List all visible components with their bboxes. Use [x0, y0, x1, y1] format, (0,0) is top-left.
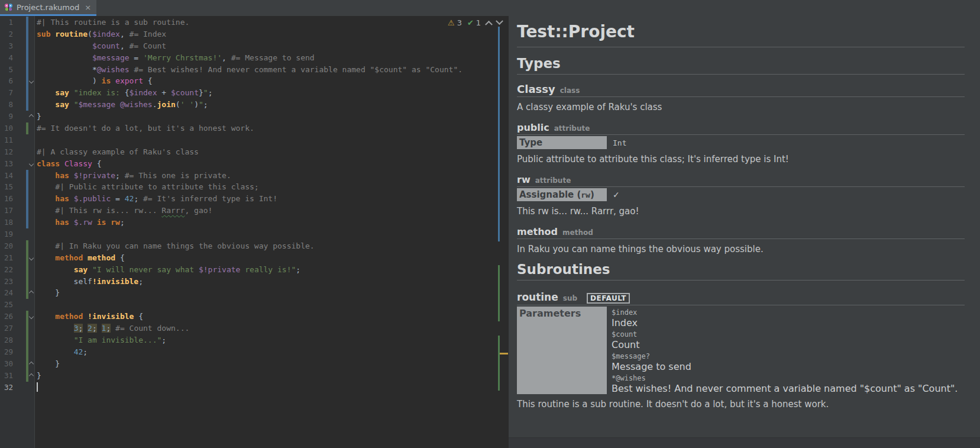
next-highlight-button[interactable] [497, 18, 502, 27]
typos-indicator[interactable]: ✔ 1 [467, 18, 481, 27]
fold-icon[interactable] [27, 252, 35, 264]
code-line[interactable]: 11 [0, 134, 509, 146]
code-line[interactable]: 21 method method { [0, 252, 509, 264]
change-stripe-blue [498, 27, 500, 241]
code-line[interactable]: 9} [0, 111, 509, 123]
code-text: method method { [37, 252, 125, 264]
warnings-indicator[interactable]: ⚠ 3 [448, 18, 462, 27]
code-text: } [37, 287, 60, 299]
parameter-description: Best wishes! And never comment a variabl… [612, 383, 958, 394]
type-value: Int [613, 138, 626, 147]
parameters-list: $indexIndex$countCount$message?Message t… [607, 307, 958, 394]
change-marker [26, 87, 28, 99]
parameter-signature: *@wishes [612, 374, 958, 383]
code-line[interactable]: 32 [0, 382, 509, 394]
line-number: 23 [0, 276, 13, 288]
code-line[interactable]: 24 } [0, 287, 509, 299]
line-number: 28 [0, 334, 13, 346]
code-text: has $!private; #= This one is private. [37, 170, 231, 182]
code-text: ) is export { [37, 75, 153, 87]
panel-footer-strip [509, 437, 980, 448]
code-line[interactable]: 28 "I am invisible..."; [0, 334, 509, 346]
public-type-row: Type Int [517, 136, 965, 149]
code-text: say "index is: {$index + $count}"; [37, 87, 212, 99]
fold-icon[interactable] [27, 311, 35, 323]
fold-icon[interactable] [27, 158, 35, 170]
code-line[interactable]: 14 has $!private; #= This one is private… [0, 170, 509, 182]
code-line[interactable]: 25 [0, 299, 509, 311]
code-text: #= It doesn't do a lot, but it's a hones… [37, 123, 254, 134]
code-line[interactable]: 1#| This routine is a sub routine. [0, 17, 509, 28]
tab-label: Project.rakumod [17, 3, 79, 12]
code-line[interactable]: 18 has $.rw is rw; [0, 217, 509, 228]
code-line[interactable]: 13class Classy { [0, 158, 509, 170]
types-heading: Types [517, 56, 965, 75]
line-number: 12 [0, 146, 13, 158]
routine-name: routine [517, 291, 558, 303]
raku-logo-icon [4, 3, 13, 12]
line-number: 29 [0, 346, 13, 358]
code-line[interactable]: 31} [0, 370, 509, 382]
code-line[interactable]: 22 say "I will never say what $!private … [0, 264, 509, 276]
code-text: "I am invisible..."; [37, 334, 166, 346]
code-line[interactable]: 23 self!invisible; [0, 276, 509, 288]
code-line[interactable]: 4 $message = 'Merry Chrstmas!', #= Messa… [0, 52, 509, 64]
code-line[interactable]: 20 #| In Raku you can name things the ob… [0, 240, 509, 252]
line-number: 32 [0, 382, 13, 394]
fold-icon[interactable] [27, 358, 35, 370]
fold-icon[interactable] [27, 287, 35, 299]
change-marker [26, 170, 28, 182]
code-line[interactable]: 5 *@wishes #= Best wishes! And never com… [0, 64, 509, 76]
line-number: 31 [0, 370, 13, 382]
parameters-cell: Parameters [517, 307, 607, 394]
warning-count: 3 [457, 18, 462, 27]
code-line[interactable]: 8 say "$message @wishes.join(' ')"; [0, 99, 509, 111]
documentation-panel: Test::Project Types Classy class A class… [509, 16, 980, 448]
warning-icon: ⚠ [448, 18, 455, 27]
fold-icon[interactable] [27, 370, 35, 382]
change-marker [26, 193, 28, 205]
code-line[interactable]: 15 #| Public attribute to attribute this… [0, 181, 509, 193]
code-line[interactable]: 7 say "index is: {$index + $count}"; [0, 87, 509, 99]
change-marker [26, 123, 28, 134]
code-editor[interactable]: 1#| This routine is a sub routine.2sub r… [0, 16, 509, 448]
line-number: 15 [0, 181, 13, 193]
default-badge: DEFAULT [587, 293, 630, 304]
code-line[interactable]: 17 #| This rw is... rw... Rarrr, gao! [0, 205, 509, 217]
line-number: 20 [0, 240, 13, 252]
code-line[interactable]: 10#= It doesn't do a lot, but it's a hon… [0, 123, 509, 134]
code-line[interactable]: 27 3; 2; 1; #= Count down... [0, 323, 509, 334]
change-marker [26, 217, 28, 228]
checkmark-icon: ✔ [467, 18, 474, 27]
code-text: self!invisible; [37, 276, 143, 288]
classy-heading: Classy class [517, 83, 965, 97]
previous-highlight-button[interactable] [486, 18, 491, 27]
code-line[interactable]: 16 has $.public = 42; #= It's inferred t… [0, 193, 509, 205]
doc-title: Test::Project [517, 22, 965, 47]
fold-icon[interactable] [27, 75, 35, 87]
line-number: 26 [0, 311, 13, 323]
code-line[interactable]: 3 $count, #= Count [0, 40, 509, 52]
code-line[interactable]: 29 42; [0, 346, 509, 358]
fold-icon[interactable] [27, 111, 35, 123]
change-marker [26, 28, 28, 40]
parameter-description: Message to send [612, 361, 958, 372]
code-text: #| In Raku you can name things the obvio… [37, 240, 315, 252]
code-line[interactable]: 6 ) is export { [0, 75, 509, 87]
tab-project-rakumod[interactable]: Project.rakumod × [0, 0, 96, 16]
code-line[interactable]: 30 } [0, 358, 509, 370]
rw-kind: attribute [535, 176, 571, 185]
method-description: In Raku you can name things the obvious … [517, 244, 965, 254]
code-line[interactable]: 2sub routine($index, #= Index [0, 28, 509, 40]
code-line[interactable]: 12#| A classy example of Raku's class [0, 146, 509, 158]
parameters-table: Parameters $indexIndex$countCount$messag… [517, 307, 965, 394]
code-line[interactable]: 19 [0, 228, 509, 240]
code-line[interactable]: 26 method !invisible { [0, 311, 509, 323]
change-stripe-green [498, 336, 500, 391]
subroutines-heading: Subroutines [517, 262, 965, 281]
close-icon[interactable]: × [85, 4, 91, 11]
change-marker [26, 240, 28, 252]
line-number: 30 [0, 358, 13, 370]
code-text: method !invisible { [37, 311, 143, 323]
line-number: 6 [0, 75, 13, 87]
